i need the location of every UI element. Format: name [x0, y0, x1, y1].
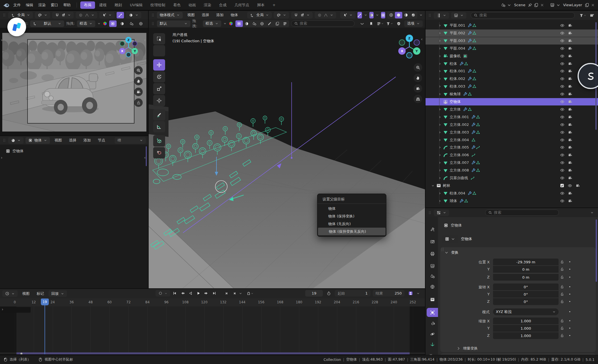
chevron-right-icon[interactable]	[438, 39, 441, 43]
camera-small-button[interactable]	[134, 88, 143, 96]
select-mode-toggle[interactable]	[109, 20, 117, 27]
playback-dropdown[interactable]: 回放	[49, 290, 67, 297]
shading-material-toggle[interactable]	[243, 20, 250, 27]
select-tool-dropdown[interactable]	[340, 12, 355, 18]
outliner-row[interactable]: 立方体.007	[426, 159, 598, 166]
properties-tab-constraints[interactable]	[427, 319, 438, 328]
properties-tab-tool[interactable]	[427, 225, 438, 234]
properties-breadcrumb[interactable]: 空物体	[451, 223, 462, 228]
wrench-icon[interactable]	[468, 46, 472, 51]
editor-type-selector[interactable]	[2, 290, 18, 297]
camera-visibility-icon[interactable]	[568, 39, 572, 43]
gizmo-axis-minus-z[interactable]	[406, 52, 412, 58]
meshdata-icon[interactable]	[476, 115, 480, 119]
animate-property-dot[interactable]	[568, 326, 572, 331]
gizmo-axis-y[interactable]: Y	[413, 47, 420, 55]
properties-tab-scene[interactable]	[427, 272, 438, 281]
xray-toggle[interactable]	[381, 12, 385, 18]
outliner-row[interactable]: 立方体.003	[426, 129, 598, 136]
outliner-row[interactable]: 立方体.008	[426, 167, 598, 174]
duplicate-icon[interactable]	[534, 3, 538, 7]
channel-box[interactable]	[1, 307, 31, 313]
hand-button[interactable]	[414, 74, 422, 82]
chevron-right-icon[interactable]	[438, 138, 441, 142]
meshdata-icon[interactable]	[472, 191, 477, 196]
camera-visibility-icon[interactable]	[568, 153, 572, 157]
topbar-menu-3[interactable]: 窗口	[48, 3, 61, 8]
viewport-menu-1[interactable]: 选择	[199, 12, 212, 18]
overlays-dropdown[interactable]	[126, 12, 141, 18]
camera-visibility-icon[interactable]	[568, 92, 572, 96]
camera-visibility-icon[interactable]	[568, 100, 572, 104]
prev-keyframe-button[interactable]	[179, 290, 186, 297]
shading-wireframe[interactable]	[388, 12, 395, 18]
panel-collapse-icon[interactable]: ‹	[144, 38, 146, 42]
snap-toggle[interactable]	[52, 12, 74, 18]
eye-icon[interactable]	[560, 122, 565, 127]
next-keyframe-button[interactable]	[203, 290, 210, 297]
keying-set-button[interactable]	[407, 290, 414, 297]
transform-value-field[interactable]: 1.000	[493, 318, 559, 324]
editor-type-selector[interactable]	[434, 209, 449, 216]
frame-start-field[interactable]: 起始1	[335, 290, 370, 297]
transform-value-field[interactable]: -29.399 m	[493, 259, 559, 265]
camera-visibility-icon[interactable]	[568, 31, 572, 35]
shading-solid[interactable]	[395, 12, 402, 18]
properties-tab-object-data[interactable]	[427, 340, 438, 349]
duplicate-toggle[interactable]	[274, 20, 281, 27]
outliner-row[interactable]: 树林	[426, 182, 598, 189]
scene-icon[interactable]	[501, 3, 506, 7]
curvedata-icon[interactable]	[476, 145, 480, 150]
transform-value-field[interactable]: 1.000	[493, 325, 559, 332]
workspace-tab-4[interactable]: 纹理绘制	[147, 1, 169, 9]
overlay-frame-icon[interactable]	[444, 223, 448, 228]
topbar-menu-0[interactable]: 文件	[11, 3, 23, 8]
options-dropdown[interactable]: 选项	[404, 20, 423, 27]
chevron-right-icon[interactable]	[438, 146, 441, 149]
eye-icon[interactable]	[560, 130, 565, 135]
prev-frame-button[interactable]	[223, 290, 230, 297]
transform-value-field[interactable]: 0°	[493, 291, 559, 298]
overlay-frame-icon[interactable]	[445, 237, 449, 241]
timeline-tracks[interactable]: ›	[0, 306, 425, 352]
shader-menu-3[interactable]: 节点	[95, 138, 108, 143]
pivot-selector[interactable]	[35, 12, 50, 18]
eye-icon[interactable]	[560, 199, 565, 203]
tool-move[interactable]	[153, 59, 165, 71]
shader-menu-2[interactable]: 添加	[81, 138, 93, 143]
meshdata-icon[interactable]	[472, 46, 477, 51]
channel-expand-icon[interactable]: ›	[2, 307, 3, 312]
workspace-tab-1[interactable]: 建模	[96, 1, 110, 9]
eye-icon[interactable]	[560, 23, 565, 28]
gizmo-axis-x[interactable]: X	[398, 47, 406, 55]
lock-icon[interactable]	[560, 292, 564, 297]
outliner-row[interactable]: 柱体.002	[426, 75, 598, 82]
outliner-row[interactable]: 柱体.001	[426, 67, 598, 75]
outliner-row[interactable]: 平面.002	[426, 29, 598, 37]
wrench-icon[interactable]	[471, 115, 476, 119]
hand-button[interactable]	[134, 77, 143, 85]
chevron-down-icon[interactable]	[223, 22, 227, 25]
meshdata-icon[interactable]	[471, 138, 476, 142]
chevron-down-icon[interactable]	[97, 22, 101, 25]
chevron-down-icon[interactable]	[556, 3, 561, 7]
gizmo-axis-minus-z[interactable]	[126, 52, 131, 57]
shading-rendered[interactable]	[410, 12, 417, 18]
timeline-menu-0[interactable]: 视图	[20, 291, 32, 296]
camera-visibility-icon[interactable]	[568, 191, 572, 196]
tool-select-box[interactable]	[153, 33, 165, 45]
stopwatch-button[interactable]	[325, 290, 332, 297]
lock-open-button[interactable]	[134, 98, 143, 107]
eye-icon[interactable]	[568, 183, 572, 188]
lock-icon[interactable]	[560, 267, 564, 272]
camera-visibility-icon[interactable]	[568, 115, 572, 119]
meshdata-icon[interactable]	[472, 39, 477, 43]
panel-collapse-icon[interactable]: ‹	[144, 155, 146, 160]
eye-icon[interactable]	[560, 115, 565, 119]
eye-icon[interactable]	[560, 77, 565, 81]
summary-strip[interactable]	[16, 352, 410, 354]
frame-end-field[interactable]: 结束250	[373, 290, 405, 297]
tool-interactive-add[interactable]	[153, 147, 165, 158]
scrollbar[interactable]	[596, 219, 597, 282]
chevron-right-icon[interactable]	[438, 47, 441, 50]
